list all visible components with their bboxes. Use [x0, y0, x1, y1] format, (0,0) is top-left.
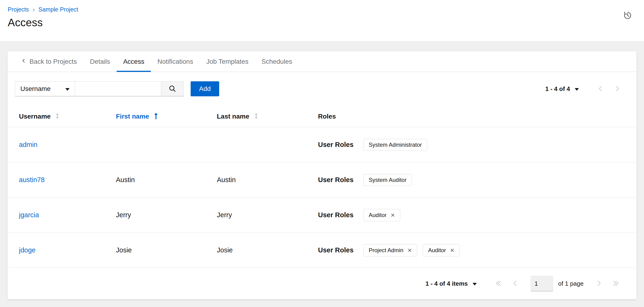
add-button[interactable]: Add: [190, 81, 219, 96]
footer-last-page-button[interactable]: [608, 279, 624, 288]
sort-unsorted-icon: [55, 113, 60, 120]
username-cell: austin78: [19, 176, 116, 184]
role-chip: System Auditor: [364, 174, 412, 186]
chevron-right-icon: [614, 85, 621, 93]
user-roles-label: User Roles: [318, 211, 354, 219]
sort-last-name-button[interactable]: [254, 113, 259, 120]
footer-previous-page-button[interactable]: [507, 279, 524, 288]
sort-unsorted-icon: [254, 113, 259, 120]
breadcrumb-link-sample-project[interactable]: Sample Project: [38, 6, 78, 13]
role-chip: System Administrator: [364, 139, 428, 151]
table-row: jgarcia Jerry Jerry User Roles Auditor ×: [8, 198, 636, 233]
sort-ascending-icon: [154, 112, 158, 120]
username-link[interactable]: austin78: [19, 176, 45, 183]
roles-cell: User Roles Project Admin × Auditor ×: [318, 244, 626, 256]
table-header-row: Username First name: [8, 106, 636, 127]
search-input[interactable]: [75, 81, 161, 96]
chevron-left-icon: [597, 85, 604, 93]
role-chip: Auditor ×: [364, 209, 400, 221]
card-footer: 1 - 4 of 4 items of 1 page: [8, 268, 636, 299]
access-card: Back to Projects Details Access Notifica…: [8, 51, 636, 299]
footer-first-page-button[interactable]: [490, 279, 507, 288]
tab-label: Schedules: [262, 58, 292, 65]
tab-label: Job Templates: [206, 58, 248, 65]
roles-cell: User Roles System Administrator: [318, 139, 626, 151]
tab-label: Notifications: [157, 58, 193, 65]
remove-role-button[interactable]: ×: [408, 247, 412, 254]
current-page-input[interactable]: [531, 276, 553, 291]
column-label: Username: [19, 113, 50, 120]
chevron-left-icon: [21, 58, 26, 65]
remove-role-button[interactable]: ×: [391, 212, 395, 219]
content-area: Back to Projects Details Access Notifica…: [0, 41, 644, 307]
chevron-right-icon: [595, 279, 603, 288]
chevron-down-icon: [65, 88, 70, 91]
role-chip-label: Project Admin: [369, 247, 404, 253]
top-next-page-button[interactable]: [609, 85, 626, 93]
tab-details[interactable]: Details: [83, 51, 116, 72]
filter-type-dropdown[interactable]: Username: [15, 81, 75, 96]
tab-schedules[interactable]: Schedules: [255, 51, 299, 72]
top-pagination-summary-dropdown[interactable]: 1 - 4 of 4: [546, 85, 579, 93]
search-icon: [168, 85, 176, 93]
roles-cell: User Roles System Auditor: [318, 174, 626, 186]
sort-first-name-button[interactable]: [154, 112, 158, 120]
first-name-cell: Austin: [116, 176, 217, 184]
first-name-cell: Josie: [116, 246, 217, 254]
role-chip-group: System Auditor: [364, 174, 412, 186]
column-label: Last name: [217, 113, 250, 120]
last-name-cell: Austin: [217, 176, 318, 184]
footer-pagination-summary: 1 - 4 of 4 items: [426, 280, 468, 287]
breadcrumb-link-projects[interactable]: Projects: [8, 6, 29, 13]
username-link[interactable]: jdoge: [19, 246, 36, 254]
username-cell: jdoge: [19, 246, 116, 254]
role-chip-group: Project Admin × Auditor ×: [364, 244, 460, 256]
role-chip-label: System Administrator: [369, 142, 422, 148]
top-pagination: 1 - 4 of 4: [546, 85, 626, 93]
role-chip: Auditor ×: [423, 244, 460, 256]
top-pagination-summary: 1 - 4 of 4: [546, 85, 570, 93]
role-chip-group: System Administrator: [364, 139, 428, 151]
top-previous-page-button[interactable]: [592, 85, 609, 93]
breadcrumb: Projects › Sample Project: [8, 6, 634, 13]
username-link[interactable]: jgarcia: [19, 211, 39, 219]
page-header: Projects › Sample Project Access: [0, 0, 644, 41]
table-row: admin User Roles System Administrator: [8, 127, 636, 162]
role-chip-label: Auditor: [369, 212, 387, 218]
footer-next-page-button[interactable]: [590, 279, 608, 288]
chevron-down-icon: [472, 283, 477, 285]
roles-cell: User Roles Auditor ×: [318, 209, 626, 221]
tab-label: Details: [90, 58, 110, 65]
sort-username-button[interactable]: [55, 113, 60, 120]
page-count-label: of 1 page: [558, 280, 584, 287]
search-button[interactable]: [161, 81, 184, 96]
close-icon: ×: [391, 211, 395, 219]
tab-notifications[interactable]: Notifications: [151, 51, 200, 72]
footer-pagination-summary-dropdown[interactable]: 1 - 4 of 4 items: [426, 280, 477, 287]
role-chip-group: Auditor ×: [364, 209, 400, 221]
table-row: austin78 Austin Austin User Roles System…: [8, 162, 636, 198]
column-label: First name: [116, 113, 149, 120]
toolbar: Username Add 1 - 4 of 4: [8, 72, 636, 106]
tab-bar: Back to Projects Details Access Notifica…: [8, 51, 636, 72]
username-link[interactable]: admin: [19, 141, 38, 148]
breadcrumb-separator-icon: ›: [32, 7, 35, 13]
chevron-left-icon: [512, 279, 519, 288]
column-header-first-name: First name: [116, 112, 217, 120]
tab-label: Access: [123, 58, 144, 65]
close-icon: ×: [408, 246, 412, 254]
history-button[interactable]: [623, 11, 632, 21]
role-chip: Project Admin ×: [364, 244, 417, 256]
role-chip-label: System Auditor: [369, 177, 406, 183]
user-roles-label: User Roles: [318, 141, 354, 149]
tab-back-to-projects[interactable]: Back to Projects: [14, 51, 83, 72]
tab-job-templates[interactable]: Job Templates: [200, 51, 255, 72]
page-title: Access: [8, 16, 634, 29]
close-icon: ×: [450, 246, 454, 254]
remove-role-button[interactable]: ×: [450, 247, 454, 254]
tab-access[interactable]: Access: [116, 51, 151, 72]
history-icon: [623, 17, 632, 21]
double-chevron-left-icon: [494, 279, 502, 288]
column-label: Roles: [318, 113, 336, 120]
username-cell: jgarcia: [19, 211, 116, 219]
